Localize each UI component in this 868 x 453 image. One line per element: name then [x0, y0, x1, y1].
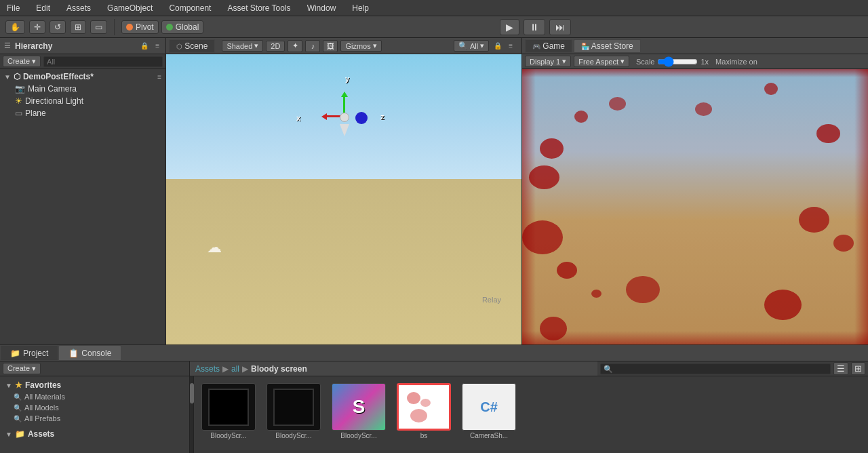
- bt-blood-2: [420, 399, 431, 407]
- asset-item-3[interactable]: bs: [393, 380, 454, 442]
- hierarchy-toolbar: Create ▾: [0, 54, 165, 69]
- game-tab[interactable]: 🎮 Game: [525, 39, 572, 53]
- scene-panel-menu[interactable]: ≡: [507, 41, 515, 50]
- project-search-input[interactable]: [600, 363, 831, 374]
- aspect-dropdown[interactable]: Free Aspect ▾: [574, 56, 629, 67]
- project-view-toggle[interactable]: ⊞: [851, 362, 865, 375]
- rotate-tool-button[interactable]: ↺: [50, 20, 66, 34]
- blood-12: [799, 207, 829, 233]
- shading-mode-dropdown[interactable]: Shaded ▾: [222, 40, 263, 52]
- display-label: Display 1: [530, 58, 560, 66]
- scene-toolbar: ⬡ Scene Shaded ▾ 2D ✦ ♪ 🖼 Gizmos ▾: [166, 38, 521, 54]
- hierarchy-create-label: Create: [7, 57, 30, 65]
- bottom-tabs: 📁 Project 📋 Console: [0, 345, 868, 361]
- hierarchy-lock-button[interactable]: 🔒: [138, 41, 151, 50]
- all-models-item[interactable]: 🔍 All Models: [3, 402, 186, 413]
- gizmos-label: Gizmos: [345, 42, 370, 50]
- asset-item-1[interactable]: BloodyScr...: [263, 380, 324, 442]
- asset-thumb-3: [397, 383, 451, 431]
- center-panels: ⬡ Scene Shaded ▾ 2D ✦ ♪ 🖼 Gizmos ▾: [166, 38, 868, 344]
- project-search-options[interactable]: ☰: [833, 362, 848, 375]
- plane-label: Plane: [25, 109, 46, 118]
- menu-file[interactable]: File: [3, 2, 24, 14]
- hierarchy-item-camera[interactable]: 📷 Main Camera: [0, 83, 165, 95]
- asset-item-2[interactable]: S BloodyScr...: [328, 380, 389, 442]
- global-button[interactable]: Global: [161, 20, 204, 34]
- game-viewport-container[interactable]: [522, 69, 868, 344]
- pivot-indicator: [126, 24, 133, 31]
- project-tab[interactable]: 📁 Project: [0, 345, 58, 361]
- game-panel: 🎮 Game 🏪 Asset Store Display 1 ▾ Free As…: [522, 38, 868, 344]
- hierarchy-item-plane[interactable]: ▭ Plane: [0, 107, 165, 119]
- move-tool-button[interactable]: ✛: [29, 20, 45, 34]
- project-breadcrumb: Assets ▶ all ▶ Bloody screen: [190, 361, 597, 376]
- shade-mode-label: Shaded: [226, 42, 252, 50]
- assets-folder-icon: 📁: [15, 429, 25, 439]
- hierarchy-header: ☰ Hierarchy 🔒 ≡: [0, 38, 165, 54]
- pause-button[interactable]: ⏸: [524, 19, 545, 35]
- menu-edit[interactable]: Edit: [32, 2, 54, 14]
- scale-slider[interactable]: [657, 56, 698, 67]
- camera-label: Main Camera: [28, 84, 77, 94]
- scene-panel: ⬡ Scene Shaded ▾ 2D ✦ ♪ 🖼 Gizmos ▾: [166, 38, 522, 344]
- play-button[interactable]: ▶: [500, 19, 519, 35]
- path-current: Bloody screen: [251, 364, 307, 374]
- hierarchy-create-button[interactable]: Create ▾: [3, 56, 41, 67]
- scene-search-all[interactable]: 🔍 All ▾: [454, 40, 489, 52]
- scale-tool-button[interactable]: ⊞: [70, 20, 86, 34]
- display-dropdown[interactable]: Display 1 ▾: [525, 56, 571, 67]
- all-materials-item[interactable]: 🔍 All Materials: [3, 391, 186, 402]
- all-prefabs-item[interactable]: 🔍 All Prefabs: [3, 413, 186, 424]
- menu-asset-store-tools[interactable]: Asset Store Tools: [223, 2, 294, 14]
- scene-tab-icon: ⬡: [176, 43, 182, 50]
- y-label: y: [345, 75, 349, 83]
- csharp-icon: C#: [480, 399, 498, 415]
- assets-section-header[interactable]: ▼ 📁 Assets: [3, 428, 186, 440]
- menu-component[interactable]: Component: [165, 2, 215, 14]
- 2d-button[interactable]: 2D: [266, 41, 285, 52]
- scene-viewport: x y z Relay ☁: [166, 54, 521, 344]
- path-all-link[interactable]: all: [231, 364, 239, 374]
- pivot-label: Pivot: [136, 22, 154, 32]
- scene-tab-label: Scene: [184, 41, 208, 51]
- lighting-tool[interactable]: ✦: [288, 40, 302, 52]
- blood-1: [540, 138, 564, 159]
- scene-tab[interactable]: ⬡ Scene: [169, 39, 215, 53]
- menu-assets[interactable]: Assets: [62, 2, 95, 14]
- scene-viewport-container[interactable]: x y z Relay ☁: [166, 54, 521, 344]
- blood-11: [816, 124, 840, 143]
- asset-thumb-1: [267, 383, 321, 431]
- main-toolbar: ✋ ✛ ↺ ⊞ ▭ Pivot Global ▶ ⏸ ⏭: [0, 16, 868, 38]
- all-prefabs-label: All Prefabs: [24, 414, 60, 422]
- menu-help[interactable]: Help: [348, 2, 373, 14]
- asset-store-tab[interactable]: 🏪 Asset Store: [574, 39, 641, 53]
- hierarchy-search-input[interactable]: [43, 56, 163, 67]
- rect-tool-button[interactable]: ▭: [90, 20, 107, 34]
- hierarchy-menu-button[interactable]: ≡: [153, 41, 161, 50]
- global-indicator: [166, 24, 173, 31]
- hierarchy-item-light[interactable]: ☀ Directional Light: [0, 95, 165, 107]
- menu-window[interactable]: Window: [303, 2, 340, 14]
- hand-tool-button[interactable]: ✋: [5, 20, 25, 34]
- path-assets-link[interactable]: Assets: [195, 364, 220, 374]
- asset-item-0[interactable]: BloodyScr...: [198, 380, 259, 442]
- asset-item-4[interactable]: C# CameraSh...: [458, 380, 519, 442]
- gizmos-dropdown[interactable]: Gizmos ▾: [340, 40, 381, 52]
- hierarchy-root-item[interactable]: ▼ ⬡ DemoPostEffects* ≡: [0, 71, 165, 83]
- blood-13: [764, 290, 802, 320]
- game-icon: 🎮: [532, 43, 540, 50]
- black-texture-1: [273, 389, 314, 426]
- game-toolbar: Display 1 ▾ Free Aspect ▾ Scale 1x Maxim…: [522, 54, 868, 69]
- step-button[interactable]: ⏭: [549, 19, 571, 35]
- search-icon-models: 🔍: [14, 404, 22, 412]
- menu-gameobject[interactable]: GameObject: [103, 2, 157, 14]
- audio-tool[interactable]: ♪: [305, 40, 320, 52]
- asset-store-label: Asset Store: [591, 41, 633, 51]
- project-assets-area: BloodyScr... BloodyScr... S B: [190, 376, 868, 453]
- console-tab[interactable]: 📋 Console: [58, 345, 121, 361]
- scene-panel-lock[interactable]: 🔒: [492, 41, 504, 50]
- pivot-button[interactable]: Pivot: [121, 20, 159, 34]
- project-create-button[interactable]: Create ▾: [3, 363, 41, 374]
- fx-tool[interactable]: 🖼: [323, 40, 338, 52]
- favorites-header[interactable]: ▼ ★ Favorites: [3, 379, 186, 391]
